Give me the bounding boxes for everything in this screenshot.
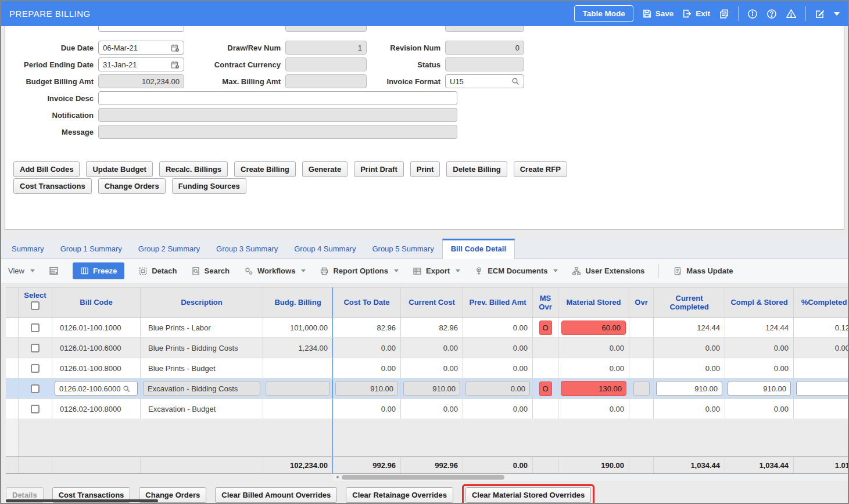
- tab-group-2-summary[interactable]: Group 2 Summary: [130, 239, 208, 258]
- info-icon[interactable]: [747, 9, 758, 19]
- select-all-checkbox[interactable]: [31, 301, 40, 310]
- total-compl-stored: 1,034.44: [725, 457, 794, 473]
- report-options-menu[interactable]: Report Options: [320, 267, 399, 276]
- table-row[interactable]: 0126.01-100.6000Blue Prints - Bidding Co…: [6, 338, 848, 358]
- search-button[interactable]: Search: [191, 267, 230, 276]
- pct-completed-input[interactable]: [796, 381, 849, 396]
- search-icon[interactable]: [511, 77, 520, 85]
- column-header-budg-billing[interactable]: Budg. Billing: [263, 287, 333, 317]
- ecm-documents-menu[interactable]: ECM Documents: [474, 267, 558, 276]
- current-completed-input[interactable]: 910.00: [656, 381, 722, 396]
- clipped-field: [445, 26, 524, 32]
- tab-summary[interactable]: Summary: [3, 239, 52, 258]
- column-header-cost-to-date[interactable]: Cost To Date: [333, 287, 401, 317]
- tab-group-5-summary[interactable]: Group 5 Summary: [364, 239, 442, 258]
- row-checkbox[interactable]: [31, 384, 40, 393]
- copy-pages-icon[interactable]: [719, 9, 729, 19]
- invoice-format-field[interactable]: [445, 74, 524, 88]
- invoice-format-input[interactable]: [450, 77, 509, 86]
- delete-billing-button[interactable]: Delete Billing: [446, 161, 507, 177]
- due-date-input[interactable]: [103, 44, 169, 52]
- row-checkbox[interactable]: [31, 364, 40, 373]
- column-header-prev-billed-amt[interactable]: Prev. Billed Amt: [463, 287, 533, 317]
- clear-retainage-overrides-button[interactable]: Clear Retainage Overrides: [346, 487, 453, 503]
- tab-group-3-summary[interactable]: Group 3 Summary: [208, 239, 286, 258]
- mass-update-button[interactable]: Mass Update: [673, 267, 733, 276]
- column-header-ovr[interactable]: Ovr: [629, 287, 654, 317]
- cell-prev-billed-amt: 0.00: [463, 318, 533, 337]
- tab-group-4-summary[interactable]: Group 4 Summary: [286, 239, 364, 258]
- scroll-left-arrow-icon[interactable]: ◄: [335, 474, 339, 480]
- cell-budg-billing: [263, 399, 333, 419]
- cell-ms-ovr: [533, 338, 558, 358]
- clear-billed-amount-overrides-button[interactable]: Clear Billed Amount Overrides: [215, 487, 337, 503]
- workflows-menu[interactable]: Workflows: [243, 266, 306, 276]
- save-button[interactable]: Save: [642, 9, 674, 19]
- column-header-current-cost[interactable]: Current Cost: [401, 287, 463, 317]
- notification-input: [103, 111, 453, 120]
- invoice-desc-input[interactable]: [103, 94, 453, 103]
- scrollbar-thumb[interactable]: [342, 475, 504, 480]
- column-header-description[interactable]: Description: [141, 287, 263, 317]
- compl-stored-input[interactable]: 910.00: [728, 381, 791, 396]
- create-rfp-button[interactable]: Create RFP: [514, 161, 567, 177]
- grid-totals-row: 102,234.00992.96992.960.00190.001,034.44…: [6, 456, 848, 474]
- view-menu[interactable]: View: [8, 267, 35, 275]
- generate-button[interactable]: Generate: [302, 161, 348, 177]
- table-row[interactable]: 0126.02-100.6000Excavation - Bidding Cos…: [6, 379, 848, 399]
- tab-bill-code-detail[interactable]: Bill Code Detail: [442, 239, 515, 259]
- cell-select: [19, 318, 52, 337]
- invoice-desc-field[interactable]: [98, 91, 457, 105]
- material-stored-input[interactable]: 130.00: [561, 381, 626, 396]
- calendar-clock-icon[interactable]: [171, 60, 180, 69]
- warning-icon[interactable]: [786, 8, 797, 19]
- grid-header-row: SelectBill CodeDescriptionBudg. BillingC…: [6, 287, 848, 318]
- cell-pct-completed: [794, 379, 849, 398]
- recalc-billings-button[interactable]: Recalc. Billings: [159, 161, 228, 177]
- bill-code-input[interactable]: 0126.02-100.6000: [55, 381, 138, 396]
- print-draft-button[interactable]: Print Draft: [354, 161, 404, 177]
- period-ending-date-input[interactable]: [103, 60, 169, 69]
- chevron-down-icon[interactable]: [834, 12, 840, 16]
- clipped-field[interactable]: [98, 26, 184, 32]
- change-orders-button[interactable]: Change Orders: [98, 178, 166, 194]
- cell-ovr: [629, 338, 654, 358]
- due-date-field[interactable]: [98, 41, 184, 55]
- edit-note-icon[interactable]: [815, 9, 825, 19]
- grid-horizontal-scrollbar[interactable]: ◄: [6, 474, 848, 481]
- cost-transactions-button[interactable]: Cost Transactions: [13, 178, 92, 194]
- detach-button[interactable]: Detach: [138, 267, 177, 276]
- funding-sources-button[interactable]: Funding Sources: [172, 178, 246, 194]
- revision-num-field: [445, 41, 524, 55]
- row-checkbox[interactable]: [31, 344, 40, 352]
- clear-material-stored-overrides-button[interactable]: Clear Material Stored Overrides: [465, 487, 591, 503]
- calendar-clock-icon[interactable]: [171, 44, 180, 52]
- column-header-material-stored[interactable]: Material Stored: [558, 287, 629, 317]
- print-button[interactable]: Print: [410, 161, 440, 177]
- update-budget-button[interactable]: Update Budget: [86, 161, 152, 177]
- column-header-ms-ovr[interactable]: MS Ovr: [533, 287, 558, 317]
- export-menu[interactable]: Export: [413, 267, 460, 276]
- column-header-current-completed[interactable]: Current Completed: [654, 287, 725, 317]
- user-extensions-button[interactable]: User Extensions: [572, 267, 644, 276]
- table-row[interactable]: 0126.01-100.1000Blue Prints - Labor101,0…: [6, 318, 848, 338]
- cell-current-cost: 0.00: [401, 399, 463, 419]
- row-checkbox[interactable]: [31, 405, 40, 413]
- table-row[interactable]: 0126.01-100.8000Blue Prints - Budget0.00…: [6, 358, 848, 379]
- freeze-button[interactable]: Freeze: [73, 262, 124, 279]
- column-header-compl-stored[interactable]: Compl & Stored: [725, 287, 794, 317]
- exit-button[interactable]: Exit: [682, 9, 710, 19]
- tab-group-1-summary[interactable]: Group 1 Summary: [52, 239, 130, 258]
- row-checkbox[interactable]: [31, 323, 40, 332]
- column-header-bill-code[interactable]: Bill Code: [52, 287, 141, 317]
- help-icon[interactable]: [766, 9, 777, 19]
- add-bill-codes-button[interactable]: Add Bill Codes: [13, 161, 80, 177]
- create-billing-button[interactable]: Create Billing: [234, 161, 296, 177]
- column-header-pct-completed[interactable]: %Completed: [794, 287, 849, 317]
- format-columns-icon[interactable]: [49, 266, 59, 276]
- table-mode-button[interactable]: Table Mode: [574, 5, 633, 22]
- period-ending-date-field[interactable]: [98, 57, 184, 71]
- page-horizontal-scrollbar-thumb[interactable]: [6, 499, 158, 502]
- table-row[interactable]: 0126.02-100.8000Excavation - Budget0.000…: [6, 399, 848, 419]
- budg-billing-input: [266, 381, 330, 396]
